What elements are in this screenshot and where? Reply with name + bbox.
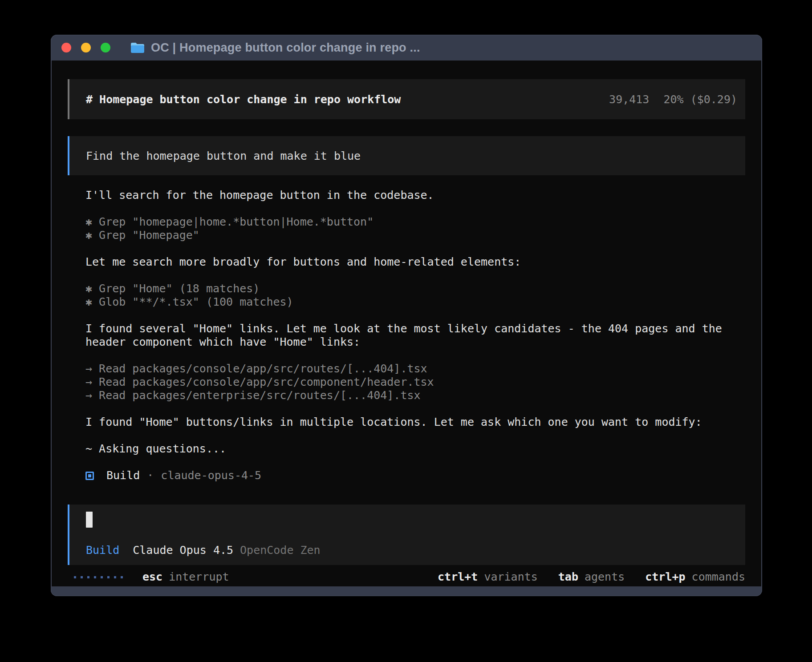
input-provider-label: OpenCode Zen (240, 544, 321, 557)
assistant-block: ~ Asking questions... (85, 442, 736, 456)
agent-model: claude-opus-4-5 (161, 469, 261, 482)
assistant-block: → Read packages/console/app/src/routes/[… (85, 362, 736, 402)
prompt-input[interactable]: BuildClaude Opus 4.5OpenCode Zen (68, 505, 745, 565)
user-message-text: Find the homepage button and make it blu… (86, 149, 361, 162)
context-cost: 20% ($0.29) (663, 93, 737, 106)
input-status-line: BuildClaude Opus 4.5OpenCode Zen (86, 544, 729, 557)
close-button[interactable] (61, 43, 71, 52)
shortcut-agents: tabagents (558, 570, 625, 584)
window-titlebar[interactable]: OC | Homepage button color change in rep… (52, 35, 761, 61)
input-agent-label[interactable]: Build (86, 544, 119, 557)
assistant-block: I'll search for the homepage button in t… (85, 189, 736, 202)
assistant-blocks: I'll search for the homepage button in t… (68, 189, 745, 456)
agent-name: Build (106, 469, 140, 482)
shortcut-variants: ctrl+tvariants (438, 570, 538, 584)
shortcut-commands: ctrl+pcommands (645, 570, 745, 584)
traffic-lights (61, 43, 110, 52)
text-cursor (86, 512, 93, 528)
terminal-window: OC | Homepage button color change in rep… (51, 35, 762, 596)
agent-status-row: Build · claude-opus-4-5 (68, 469, 745, 482)
shortcut-hints: ctrl+tvariantstabagentsctrl+pcommands (438, 570, 745, 584)
desktop: OC | Homepage button color change in rep… (0, 0, 812, 662)
esc-key-hint: esc (142, 570, 162, 584)
session-header: # Homepage button color change in repo w… (68, 79, 745, 119)
folder-icon (130, 42, 145, 54)
assistant-block: I found several "Home" links. Let me loo… (85, 322, 736, 349)
session-title: # Homepage button color change in repo w… (86, 93, 401, 106)
minimize-button[interactable] (81, 43, 91, 52)
esc-action-label: interrupt (169, 570, 229, 584)
agent-build-icon (85, 472, 94, 480)
user-message: Find the homepage button and make it blu… (68, 136, 745, 175)
progress-dots (74, 576, 123, 578)
input-model-label[interactable]: Claude Opus 4.5 (133, 544, 233, 557)
terminal-content: # Homepage button color change in repo w… (52, 61, 761, 586)
zoom-button[interactable] (101, 43, 110, 52)
token-count: 39,413 (609, 93, 649, 106)
assistant-block: Let me search more broadly for buttons a… (85, 255, 736, 269)
assistant-block: I found "Home" buttons/links in multiple… (85, 416, 736, 429)
assistant-block: ✱ Grep "Home" (18 matches)✱ Glob "**/*.t… (85, 282, 736, 309)
assistant-block: ✱ Grep "homepage|home.*button|Home.*butt… (85, 215, 736, 242)
status-bar: esc interrupt ctrl+tvariantstabagentsctr… (68, 570, 745, 584)
session-meta: 39,413 20% ($0.29) (609, 93, 737, 106)
separator-dot: · (147, 469, 154, 482)
window-title: OC | Homepage button color change in rep… (151, 41, 420, 55)
